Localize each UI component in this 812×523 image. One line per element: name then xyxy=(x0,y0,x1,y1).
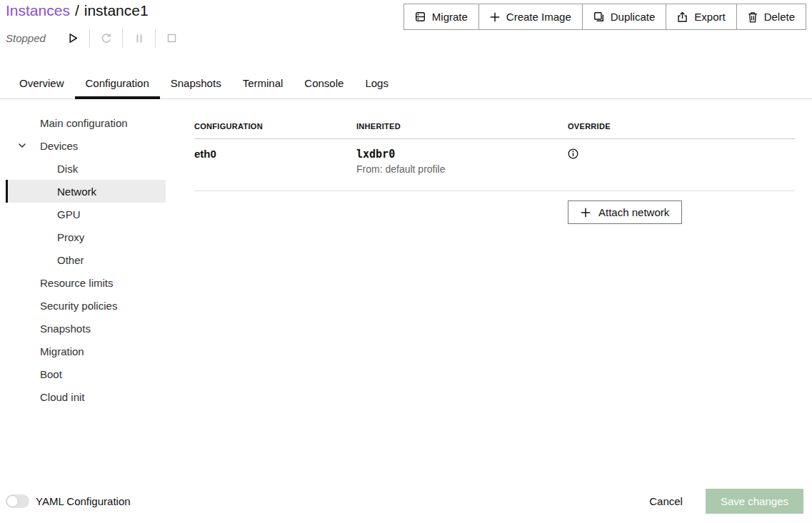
attach-row: Attach network xyxy=(194,191,795,224)
inherited-cell: lxdbr0 From: default profile xyxy=(356,148,568,191)
stop-icon xyxy=(167,34,176,43)
instance-action-bar: Migrate Create Image Duplicate Export De… xyxy=(404,4,806,30)
info-icon[interactable] xyxy=(568,148,578,159)
create-image-label: Create Image xyxy=(506,11,571,23)
migrate-icon xyxy=(415,11,426,22)
trash-icon xyxy=(748,11,758,23)
attach-network-button[interactable]: Attach network xyxy=(568,200,682,224)
attach-network-label: Attach network xyxy=(598,206,669,218)
sidebar-item-main-configuration[interactable]: Main configuration xyxy=(6,111,166,134)
breadcrumb: Instances / instance1 xyxy=(6,2,149,19)
device-name: eth0 xyxy=(194,148,356,191)
sidebar-item-network[interactable]: Network xyxy=(6,180,166,203)
pause-icon xyxy=(135,34,144,44)
plus-icon xyxy=(490,12,500,22)
tab-terminal[interactable]: Terminal xyxy=(232,68,294,98)
sidebar-item-security-policies[interactable]: Security policies xyxy=(6,294,166,317)
sidebar-item-disk[interactable]: Disk xyxy=(6,157,166,180)
chevron-down-icon[interactable] xyxy=(17,141,27,151)
plus-icon xyxy=(581,208,591,218)
sidebar-item-devices[interactable]: Devices xyxy=(6,134,166,157)
breadcrumb-separator: / xyxy=(75,2,79,19)
sidebar-item-migration[interactable]: Migration xyxy=(6,340,166,362)
footer-actions: Cancel Save changes xyxy=(641,489,803,514)
delete-button[interactable]: Delete xyxy=(736,4,806,29)
tab-console[interactable]: Console xyxy=(294,68,354,98)
sidebar-item-boot[interactable]: Boot xyxy=(6,362,166,385)
column-header-override: OVERRIDE xyxy=(568,122,795,131)
sidebar-item-other[interactable]: Other xyxy=(6,248,166,271)
duplicate-icon xyxy=(593,11,604,22)
migrate-label: Migrate xyxy=(432,11,468,23)
pause-button xyxy=(123,29,155,48)
breadcrumb-instances-link[interactable]: Instances xyxy=(6,2,70,19)
sidebar-item-cloud-init[interactable]: Cloud init xyxy=(6,385,166,408)
tab-snapshots[interactable]: Snapshots xyxy=(160,68,232,98)
inherited-network-name: lxdbr0 xyxy=(356,148,568,161)
yaml-toggle-label: YAML Configuration xyxy=(36,495,131,507)
sidebar-item-snapshots[interactable]: Snapshots xyxy=(6,317,166,340)
lxd-instance-page: Instances / instance1 Stopped xyxy=(0,0,812,523)
tab-overview[interactable]: Overview xyxy=(9,68,75,98)
sidebar-item-resource-limits[interactable]: Resource limits xyxy=(6,271,166,294)
cancel-button[interactable]: Cancel xyxy=(641,489,691,513)
tab-bar: Overview Configuration Snapshots Termina… xyxy=(0,68,812,99)
migrate-button[interactable]: Migrate xyxy=(404,4,478,29)
status-row: Stopped xyxy=(6,29,188,48)
export-button[interactable]: Export xyxy=(666,4,736,29)
duplicate-label: Duplicate xyxy=(611,11,656,23)
override-cell xyxy=(568,148,795,191)
export-label: Export xyxy=(694,11,725,23)
export-icon xyxy=(677,11,688,23)
start-button[interactable] xyxy=(57,29,89,48)
tab-logs[interactable]: Logs xyxy=(354,68,399,98)
restart-icon xyxy=(101,33,112,44)
yaml-toggle-switch[interactable] xyxy=(6,494,29,508)
inherited-source: From: default profile xyxy=(356,163,568,175)
yaml-toggle-group: YAML Configuration xyxy=(6,494,131,508)
sidebar-item-label: Devices xyxy=(40,140,78,152)
column-header-inherited: INHERITED xyxy=(356,122,568,131)
config-sidebar: Main configuration Devices Disk Network … xyxy=(0,99,171,408)
save-changes-button[interactable]: Save changes xyxy=(706,489,803,514)
sidebar-item-gpu[interactable]: GPU xyxy=(6,203,166,225)
tab-configuration[interactable]: Configuration xyxy=(75,68,160,98)
create-image-button[interactable]: Create Image xyxy=(478,4,582,29)
table-row: eth0 lxdbr0 From: default profile xyxy=(194,139,795,191)
stop-button xyxy=(156,29,188,48)
restart-button xyxy=(90,29,122,48)
form-footer: YAML Configuration Cancel Save changes xyxy=(0,479,812,523)
sidebar-item-proxy[interactable]: Proxy xyxy=(6,225,166,248)
status-badge: Stopped xyxy=(6,32,57,44)
toggle-knob xyxy=(6,495,19,507)
play-icon xyxy=(69,33,78,44)
table-header-row: CONFIGURATION INHERITED OVERRIDE xyxy=(194,99,795,139)
duplicate-button[interactable]: Duplicate xyxy=(582,4,666,29)
column-header-configuration: CONFIGURATION xyxy=(194,122,356,131)
delete-label: Delete xyxy=(764,11,795,23)
page-title: instance1 xyxy=(84,2,149,19)
network-config-panel: CONFIGURATION INHERITED OVERRIDE eth0 lx… xyxy=(194,99,795,224)
